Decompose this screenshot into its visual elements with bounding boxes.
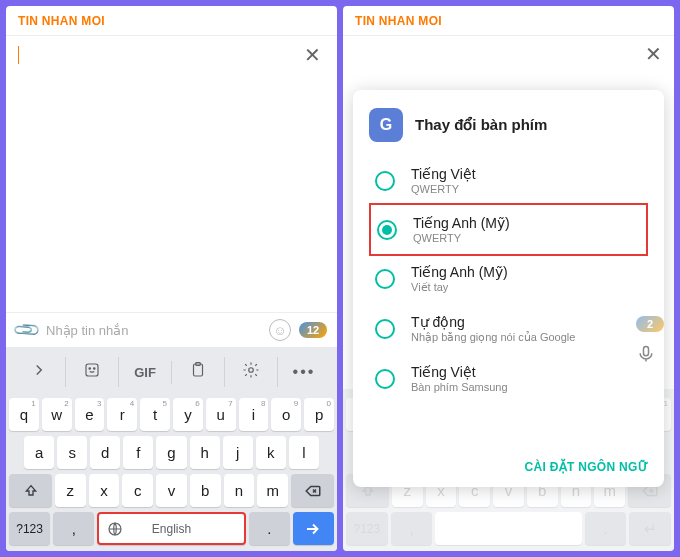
recipient-row[interactable]: ✕ — [6, 36, 337, 74]
key-letter[interactable]: o9 — [271, 398, 301, 431]
toolbar-gif-button[interactable]: GIF — [119, 361, 172, 384]
option-sub: Nhập bằng giọng nói của Google — [411, 331, 642, 344]
key-letter[interactable]: t5 — [140, 398, 170, 431]
option-sub: Bàn phím Samsung — [411, 381, 642, 393]
spacebar-language-key[interactable] — [435, 512, 581, 545]
key-letter[interactable]: s — [57, 436, 87, 469]
keyboard-row-4: ?123 , . ↵ — [346, 512, 671, 545]
toolbar-chevron-icon[interactable] — [13, 357, 66, 387]
radio-icon — [377, 220, 397, 240]
globe-icon — [107, 521, 123, 537]
backspace-key[interactable] — [291, 474, 334, 507]
header-title: TIN NHAN MOI — [18, 14, 105, 28]
key-letter[interactable]: f — [123, 436, 153, 469]
enter-key[interactable]: ↵ — [629, 512, 671, 545]
key-letter[interactable]: k — [256, 436, 286, 469]
clear-icon[interactable]: ✕ — [300, 43, 325, 67]
key-letter[interactable]: m — [257, 474, 288, 507]
popup-header: G Thay đổi bàn phím — [369, 108, 648, 142]
toolbar-settings-icon[interactable] — [225, 357, 278, 387]
keyboard-option[interactable]: Tự độngNhập bằng giọng nói của Google — [369, 304, 648, 354]
key-letter[interactable]: w2 — [42, 398, 72, 431]
emoji-icon[interactable]: ☺ — [269, 319, 291, 341]
key-letter[interactable]: i8 — [239, 398, 269, 431]
screenshot-right: TIN NHAN MOI ✕ 2 q1 zxcvbnm ?123 , . ↵ — [343, 6, 674, 551]
option-name: Tiếng Việt — [411, 166, 642, 182]
numbers-key[interactable]: ?123 — [9, 512, 50, 545]
key-letter[interactable]: d — [90, 436, 120, 469]
gboard-app-icon: G — [369, 108, 403, 142]
compose-placeholder[interactable]: Nhập tin nhắn — [46, 323, 261, 338]
keyboard-option[interactable]: Tiếng ViệtQWERTY — [369, 156, 648, 205]
svg-rect-0 — [86, 364, 98, 376]
key-letter[interactable]: c — [122, 474, 153, 507]
svg-rect-7 — [644, 347, 649, 356]
key-letter[interactable]: z — [55, 474, 86, 507]
option-sub: QWERTY — [411, 183, 642, 195]
radio-icon — [375, 171, 395, 191]
keyboard-toolbar: GIF ••• — [9, 351, 334, 393]
keyboard-option[interactable]: Tiếng Anh (Mỹ)QWERTY — [369, 203, 648, 256]
option-name: Tiếng Anh (Mỹ) — [413, 215, 640, 231]
attach-icon[interactable]: 📎 — [11, 314, 42, 345]
keyboard-row-4: ?123 , English . — [9, 512, 334, 545]
popup-footer: CÀI ĐẶT NGÔN NGỮ — [369, 447, 648, 475]
sim-badge: 2 — [636, 316, 664, 332]
option-name: Tiếng Việt — [411, 364, 642, 380]
key-letter[interactable]: r4 — [107, 398, 137, 431]
screenshot-left: TIN NHAN MOI ✕ 📎 Nhập tin nhắn ☺ 12 GIF — [6, 6, 337, 551]
language-settings-button[interactable]: CÀI ĐẶT NGÔN NGỮ — [525, 460, 648, 474]
recipient-input[interactable] — [23, 47, 300, 63]
text-cursor — [18, 46, 19, 64]
radio-icon — [375, 369, 395, 389]
key-letter[interactable]: u7 — [206, 398, 236, 431]
option-sub: Viết tay — [411, 281, 642, 294]
keyboard-row-2: asdfghjkl — [9, 436, 334, 469]
svg-point-1 — [89, 368, 91, 370]
keyboard-switcher-popup: G Thay đổi bàn phím Tiếng ViệtQWERTYTiến… — [353, 90, 664, 487]
svg-point-2 — [94, 368, 96, 370]
shift-key[interactable] — [9, 474, 52, 507]
key-letter[interactable]: g — [156, 436, 186, 469]
radio-icon — [375, 319, 395, 339]
clear-icon[interactable]: ✕ — [645, 42, 662, 66]
key-letter[interactable]: v — [156, 474, 187, 507]
svg-point-5 — [249, 368, 254, 373]
keyboard-option[interactable]: Tiếng ViệtBàn phím Samsung — [369, 354, 648, 403]
toolbar-sticker-icon[interactable] — [66, 357, 119, 387]
key-letter[interactable]: p0 — [304, 398, 334, 431]
send-key[interactable] — [293, 512, 334, 545]
toolbar-more-icon[interactable]: ••• — [278, 359, 330, 385]
key-letter[interactable]: e3 — [75, 398, 105, 431]
option-name: Tự động — [411, 314, 642, 330]
period-key[interactable]: . — [585, 512, 627, 545]
toolbar-clipboard-icon[interactable] — [172, 357, 225, 387]
popup-title: Thay đổi bàn phím — [415, 116, 547, 134]
comma-key[interactable]: , — [391, 512, 433, 545]
sim-badge[interactable]: 12 — [299, 322, 327, 338]
key-letter[interactable]: n — [224, 474, 255, 507]
mic-icon — [636, 344, 656, 364]
key-letter[interactable]: b — [190, 474, 221, 507]
key-letter[interactable]: l — [289, 436, 319, 469]
key-letter[interactable]: x — [89, 474, 120, 507]
key-letter[interactable]: h — [190, 436, 220, 469]
keyboard: GIF ••• q1w2e3r4t5y6u7i8o9p0 asdfghjkl z… — [6, 347, 337, 551]
keyboard-row-1: q1w2e3r4t5y6u7i8o9p0 — [9, 398, 334, 431]
app-header: TIN NHAN MOI — [343, 6, 674, 36]
spacebar-language-key[interactable]: English — [97, 512, 245, 545]
keyboard-option[interactable]: Tiếng Anh (Mỹ)Viết tay — [369, 254, 648, 304]
comma-key[interactable]: , — [53, 512, 94, 545]
spacebar-label: English — [152, 522, 191, 536]
background-icons: 2 — [636, 316, 664, 364]
option-name: Tiếng Anh (Mỹ) — [411, 264, 642, 280]
period-key[interactable]: . — [249, 512, 290, 545]
option-sub: QWERTY — [413, 232, 640, 244]
numbers-key[interactable]: ?123 — [346, 512, 388, 545]
key-letter[interactable]: a — [24, 436, 54, 469]
key-letter[interactable]: j — [223, 436, 253, 469]
compose-row: 📎 Nhập tin nhắn ☺ 12 — [6, 312, 337, 347]
key-letter[interactable]: q1 — [9, 398, 39, 431]
app-header: TIN NHAN MOI — [6, 6, 337, 36]
key-letter[interactable]: y6 — [173, 398, 203, 431]
